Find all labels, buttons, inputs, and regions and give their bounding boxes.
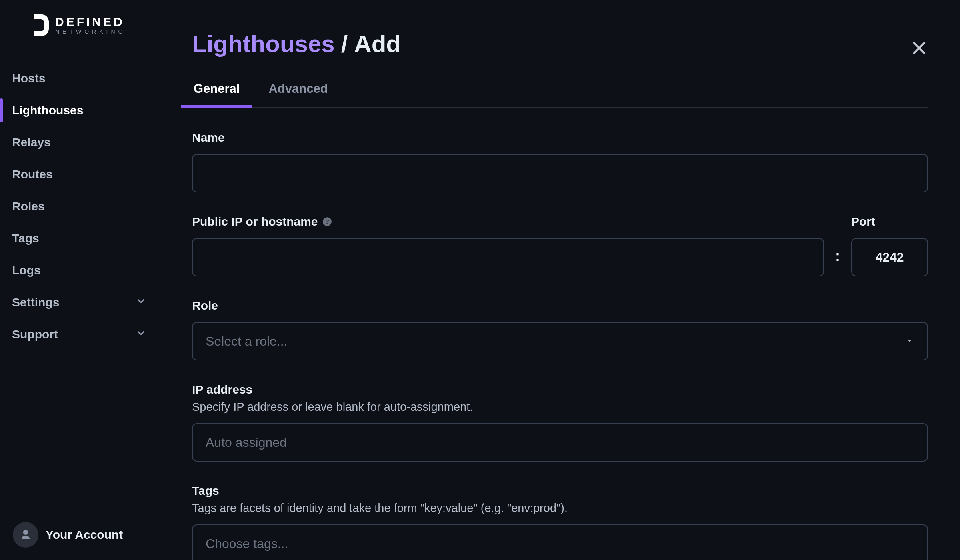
breadcrumb-sep: /: [341, 32, 348, 56]
sidebar-item-label: Routes: [12, 168, 53, 181]
name-input[interactable]: [192, 154, 928, 192]
port-label: Port: [851, 215, 928, 228]
sidebar-item-routes[interactable]: Routes: [0, 158, 160, 190]
ip-label: IP address: [192, 383, 928, 396]
svg-text:?: ?: [325, 218, 329, 225]
sidebar-item-logs[interactable]: Logs: [0, 254, 160, 286]
breadcrumb-parent[interactable]: Lighthouses: [192, 32, 335, 56]
account-menu[interactable]: Your Account: [0, 510, 160, 560]
public-ip-input[interactable]: [192, 238, 824, 276]
field-public-ip-port: Public IP or hostname ? : Port: [192, 215, 928, 276]
tabs: General Advanced: [192, 82, 928, 108]
ip-input[interactable]: [192, 423, 928, 462]
nav: Hosts Lighthouses Relays Routes Roles Ta…: [0, 50, 160, 510]
sidebar-item-label: Lighthouses: [12, 104, 83, 117]
account-label: Your Account: [46, 528, 123, 542]
role-select[interactable]: Select a role...: [192, 322, 928, 360]
sidebar-item-roles[interactable]: Roles: [0, 190, 160, 222]
field-role: Role Select a role...: [192, 299, 928, 360]
sidebar-item-tags[interactable]: Tags: [0, 222, 160, 254]
tab-advanced[interactable]: Advanced: [267, 82, 329, 107]
tags-hint: Tags are facets of identity and take the…: [192, 502, 928, 515]
label-text: Public IP or hostname: [192, 215, 318, 228]
logo-text-top: DEFINED: [55, 16, 126, 28]
public-ip-label: Public IP or hostname ?: [192, 215, 824, 228]
main: Lighthouses / Add General Advanced Name …: [160, 0, 960, 560]
breadcrumb: Lighthouses / Add: [192, 32, 928, 56]
tags-label: Tags: [192, 484, 928, 498]
sidebar: DEFINED NETWORKING Hosts Lighthouses Rel…: [0, 0, 160, 560]
sidebar-item-relays[interactable]: Relays: [0, 126, 160, 158]
tab-general[interactable]: General: [192, 82, 241, 107]
sidebar-item-support[interactable]: Support: [0, 318, 160, 350]
host-port-separator: :: [835, 248, 840, 276]
name-label: Name: [192, 131, 928, 144]
form: Name Public IP or hostname ? :: [192, 131, 928, 560]
chevron-down-icon: [136, 328, 146, 341]
field-tags: Tags Tags are facets of identity and tak…: [192, 484, 928, 560]
role-label: Role: [192, 299, 928, 312]
sidebar-item-label: Tags: [12, 232, 39, 245]
tab-label: Advanced: [268, 82, 328, 96]
sidebar-item-label: Support: [12, 328, 58, 341]
sidebar-item-lighthouses[interactable]: Lighthouses: [0, 94, 160, 126]
sidebar-item-label: Settings: [12, 296, 59, 309]
field-name: Name: [192, 131, 928, 192]
logo-text-bottom: NETWORKING: [55, 29, 126, 34]
ip-hint: Specify IP address or leave blank for au…: [192, 400, 928, 414]
chevron-down-icon: [136, 296, 146, 309]
avatar-icon: [13, 522, 38, 548]
sidebar-item-hosts[interactable]: Hosts: [0, 62, 160, 94]
sidebar-item-label: Roles: [12, 200, 45, 213]
sidebar-item-settings[interactable]: Settings: [0, 286, 160, 318]
field-ip: IP address Specify IP address or leave b…: [192, 383, 928, 462]
sidebar-item-label: Relays: [12, 136, 51, 149]
role-placeholder: Select a role...: [206, 334, 288, 349]
caret-down-icon: [905, 334, 914, 349]
logo-icon: [31, 14, 49, 37]
breadcrumb-current: Add: [354, 32, 401, 56]
sidebar-item-label: Logs: [12, 264, 41, 277]
sidebar-item-label: Hosts: [12, 72, 45, 85]
logo[interactable]: DEFINED NETWORKING: [0, 0, 160, 50]
help-icon[interactable]: ?: [322, 216, 332, 227]
close-button[interactable]: [910, 39, 928, 57]
tab-label: General: [194, 82, 240, 96]
port-input[interactable]: [851, 238, 928, 276]
tags-input[interactable]: [192, 524, 928, 560]
